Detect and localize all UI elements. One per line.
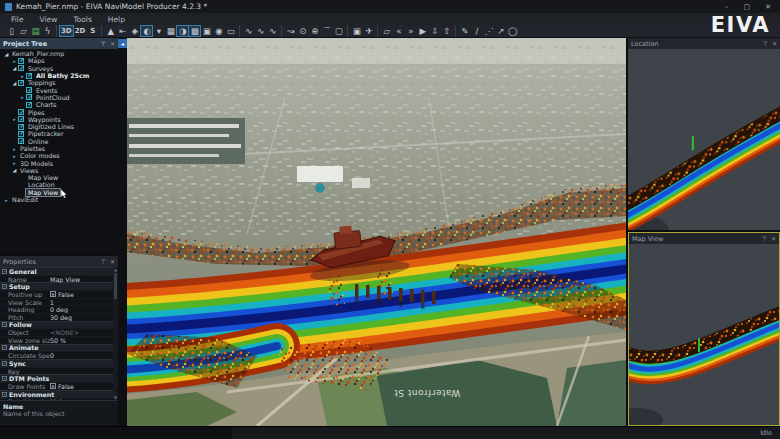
tree-item-location[interactable]: Location: [0, 181, 118, 188]
arrow-tool-icon[interactable]: ↗: [495, 26, 506, 37]
map-view-3d[interactable]: Waterfront St: [127, 38, 626, 426]
play-icon[interactable]: ▶: [417, 26, 428, 37]
save-icon[interactable]: ▤: [30, 26, 41, 37]
map-view-content[interactable]: [629, 244, 779, 425]
tree-item-all-bathy-25cm[interactable]: ▸All Bathy 25cm: [0, 72, 118, 79]
property-value[interactable]: high: [50, 398, 113, 400]
view-3d-button[interactable]: 3D: [60, 26, 73, 36]
menu-file[interactable]: File: [3, 15, 32, 24]
profile-view-icon[interactable]: ∿: [243, 26, 254, 37]
expander-icon[interactable]: ◢: [11, 65, 18, 71]
flight-plan-icon[interactable]: ✈: [363, 26, 374, 37]
checkbox-checked[interactable]: [18, 138, 24, 144]
orbit-icon[interactable]: ◈: [129, 26, 140, 37]
tree-item-charts[interactable]: Charts: [0, 101, 118, 108]
tree-item-views[interactable]: ◢Views: [0, 167, 118, 174]
image-overlay-icon[interactable]: ▣: [201, 26, 212, 37]
property-value[interactable]: 30 deg: [50, 314, 113, 321]
pin-icon[interactable]: ⊤: [101, 258, 106, 265]
close-icon[interactable]: ✕: [110, 258, 115, 265]
checkbox-false-icon[interactable]: ✕: [50, 291, 56, 297]
expander-icon[interactable]: ▸: [11, 160, 18, 166]
move-up-icon[interactable]: ⇧: [441, 26, 452, 37]
property-value[interactable]: 1: [50, 299, 113, 306]
menu-tools[interactable]: Tools: [65, 15, 99, 24]
grid-icon[interactable]: ▦: [165, 26, 176, 37]
property-value[interactable]: 0 deg: [50, 306, 113, 313]
checkbox-checked[interactable]: [26, 102, 32, 108]
route-icon[interactable]: ↝: [285, 26, 296, 37]
expander-icon[interactable]: ▸: [11, 153, 18, 159]
dropdown-caret-icon[interactable]: ▾: [153, 26, 164, 37]
long-profile-icon[interactable]: ∿: [267, 26, 278, 37]
collapse-box-icon[interactable]: –: [2, 269, 7, 274]
connect-icon[interactable]: ϟ: [42, 26, 53, 37]
globe-dark-icon[interactable]: ◐: [141, 26, 152, 36]
line-tool-icon[interactable]: ∕: [471, 26, 482, 37]
tree-item-events[interactable]: Events: [0, 86, 118, 93]
open-project-icon[interactable]: ▱: [18, 26, 29, 37]
expander-icon[interactable]: ◢: [11, 167, 18, 173]
menu-view[interactable]: View: [32, 15, 66, 24]
expander-icon[interactable]: ◢: [3, 51, 10, 57]
waypoint-add-icon[interactable]: ⊕: [309, 26, 320, 37]
seabed-icon[interactable]: ◑: [177, 26, 188, 36]
expander-icon[interactable]: ◢: [11, 80, 18, 86]
recorder-icon[interactable]: ▱: [381, 26, 392, 37]
edit-tool-icon[interactable]: ✎: [459, 26, 470, 37]
collapse-box-icon[interactable]: –: [2, 345, 7, 350]
tree-item-toppings[interactable]: ◢Toppings: [0, 79, 118, 86]
menu-help[interactable]: Help: [100, 15, 133, 24]
property-value[interactable]: ✕False: [50, 383, 113, 390]
checkbox-false-icon[interactable]: ✕: [50, 383, 56, 389]
checkbox-checked[interactable]: [18, 124, 24, 130]
close-icon[interactable]: ✕: [772, 40, 777, 47]
tree-item-maps[interactable]: ▸Maps: [0, 57, 118, 64]
shading-icon[interactable]: ▩: [189, 26, 200, 36]
new-project-icon[interactable]: ▯: [6, 26, 17, 37]
checkbox-checked[interactable]: [18, 131, 24, 137]
rectangle-tool-icon[interactable]: ▢: [333, 26, 344, 37]
expander-icon[interactable]: ▸: [11, 58, 18, 64]
tree-item-waypoints[interactable]: ▸Waypoints: [0, 116, 118, 123]
expander-icon[interactable]: ▸: [3, 197, 10, 203]
close-icon[interactable]: ✕: [771, 235, 776, 242]
tree-item-pipes[interactable]: Pipes: [0, 108, 118, 115]
tree-item-kemah-pier-nmp[interactable]: ◢Kemah_Pier.nmp: [0, 50, 118, 57]
maximize-button[interactable]: ▢: [744, 3, 751, 11]
tree-item-online[interactable]: Online: [0, 138, 118, 145]
tree-item-map-view[interactable]: Map View: [0, 189, 118, 196]
pin-icon[interactable]: ⊤: [100, 40, 105, 47]
tree-item-color-modes[interactable]: ▸Color modes: [0, 152, 118, 159]
property-section-follow[interactable]: –Follow: [0, 321, 113, 329]
waypoint-icon[interactable]: ⊙: [297, 26, 308, 37]
collapse-box-icon[interactable]: –: [2, 376, 7, 381]
circle-tool-icon[interactable]: ◯: [507, 26, 518, 37]
auto-hide-button[interactable]: ◂: [118, 39, 127, 48]
expander-icon[interactable]: ▸: [19, 73, 26, 79]
property-section-animate[interactable]: –Animate: [0, 344, 113, 352]
move-down-icon[interactable]: ⇩: [429, 26, 440, 37]
pin-icon[interactable]: ⊤: [762, 235, 767, 242]
dock-splitter[interactable]: ◂: [118, 38, 127, 426]
tree-item-naviedit[interactable]: ▸NaviEdit: [0, 196, 118, 203]
import-view-icon[interactable]: ⇤: [117, 26, 128, 37]
collapse-box-icon[interactable]: –: [2, 392, 7, 397]
minimize-button[interactable]: –: [725, 3, 729, 11]
property-value[interactable]: Map View: [50, 276, 113, 283]
property-section-sync[interactable]: –Sync: [0, 359, 113, 367]
tree-item-3d-models[interactable]: ▸3D Models: [0, 159, 118, 166]
ruler-icon[interactable]: ▭: [225, 26, 236, 37]
snapshot-icon[interactable]: ▣: [351, 26, 362, 37]
collapse-box-icon[interactable]: –: [2, 361, 7, 366]
property-section-environment[interactable]: –Environment: [0, 390, 113, 398]
tree-item-pointcloud[interactable]: ▸PointCloud: [0, 94, 118, 101]
view-2d-button[interactable]: 2D: [74, 26, 87, 37]
checkbox-checked[interactable]: [18, 116, 24, 122]
expander-icon[interactable]: ▸: [19, 94, 26, 100]
property-value[interactable]: 50 %: [50, 337, 113, 344]
step-back-icon[interactable]: «: [393, 26, 404, 37]
collapse-box-icon[interactable]: –: [2, 284, 7, 289]
property-value[interactable]: <NONE>: [50, 329, 113, 336]
cross-profile-icon[interactable]: ∿: [255, 26, 266, 37]
